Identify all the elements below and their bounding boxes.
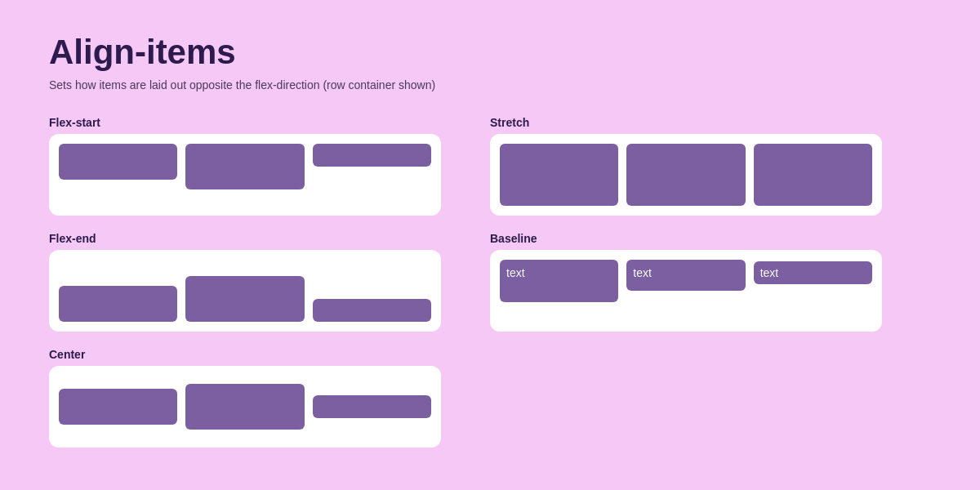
stretch-label: Stretch <box>490 116 882 129</box>
baseline-text-3: text <box>760 266 779 279</box>
flex-start-section: Flex-start <box>49 116 441 216</box>
box-4 <box>59 286 177 322</box>
stretch-section: Stretch <box>490 116 882 216</box>
flex-start-container <box>49 134 441 216</box>
baseline-text-1: text <box>506 266 525 279</box>
flex-end-container <box>49 250 441 332</box>
box-2 <box>185 144 304 189</box>
box-8 <box>185 384 304 430</box>
center-section: Center <box>49 348 441 448</box>
baseline-container: text text text <box>490 250 882 332</box>
baseline-section: Baseline text text text <box>490 232 882 332</box>
flex-end-label: Flex-end <box>49 232 441 245</box>
page-subtitle: Sets how items are laid out opposite the… <box>49 78 931 91</box>
left-column: Flex-start Flex-end Center <box>49 116 441 448</box>
center-label: Center <box>49 348 441 361</box>
flex-end-section: Flex-end <box>49 232 441 332</box>
stretch-container <box>490 134 882 216</box>
baseline-label: Baseline <box>490 232 882 245</box>
baseline-box-3: text <box>754 261 872 284</box>
baseline-text-2: text <box>633 266 652 279</box>
baseline-box-2: text <box>626 260 745 291</box>
box-6 <box>313 299 431 322</box>
right-column: Stretch Baseline text text text <box>490 116 882 448</box>
box-12 <box>754 144 872 206</box>
box-1 <box>59 144 177 180</box>
box-3 <box>313 144 431 167</box>
page-title: Align-items <box>49 33 931 72</box>
center-container <box>49 366 441 448</box>
main-layout: Flex-start Flex-end Center <box>49 116 931 448</box>
flex-start-label: Flex-start <box>49 116 441 129</box>
box-10 <box>500 144 618 206</box>
box-11 <box>626 144 745 206</box>
baseline-box-1: text <box>500 260 618 302</box>
box-9 <box>313 395 431 418</box>
box-7 <box>59 389 177 425</box>
box-5 <box>185 276 304 322</box>
